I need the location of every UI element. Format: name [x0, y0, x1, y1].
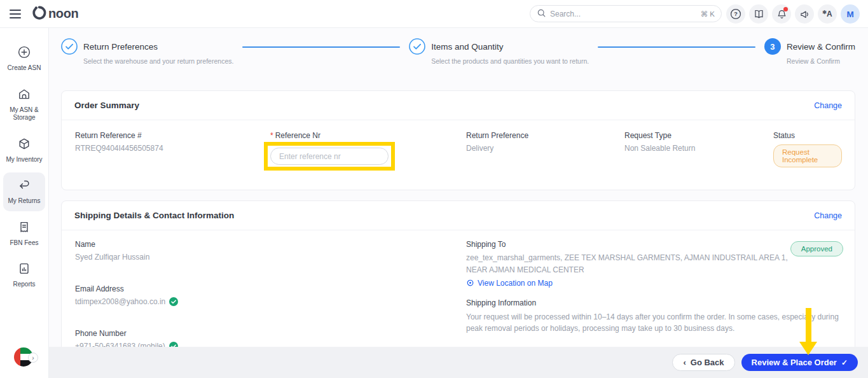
chevron-left-icon: ‹ [683, 358, 685, 367]
request-type-field: Request Type Non Saleable Return [624, 131, 773, 171]
step-title: Review & Confirm [787, 42, 855, 52]
step-complete-check-icon [61, 38, 78, 55]
return-preference-field: Return Preference Delivery [466, 131, 624, 171]
step-complete-check-icon [409, 38, 425, 55]
sidebar-item-label: My Returns [4, 197, 44, 206]
notification-badge-dot [783, 7, 788, 11]
sidebar-item-label: Reports [4, 281, 44, 289]
main-content: Return Preferences Select the warehouse … [49, 28, 868, 378]
sidebar-item-reports[interactable]: Reports [3, 256, 45, 295]
name-field: Name Syed Zulfiqar Hussain [75, 240, 466, 262]
shipping-details-card: Shipping Details & Contact Information C… [61, 200, 855, 366]
step-review-confirm[interactable]: 3 Review & Confirm Review & Confirm [764, 38, 855, 65]
step-subtitle: Review & Confirm [787, 57, 855, 65]
receipt-icon [17, 220, 31, 234]
sidebar-item-my-returns[interactable]: My Returns [3, 172, 45, 211]
sidebar-item-label: My Inventory [4, 156, 44, 164]
svg-text:?: ? [734, 11, 738, 17]
name-label: Name [75, 240, 466, 249]
step-number-badge: 3 [764, 38, 781, 55]
name-value: Syed Zulfiqar Hussain [75, 253, 466, 262]
annotation-arrow-head [799, 342, 817, 355]
required-marker: * [270, 131, 273, 140]
user-avatar[interactable]: M [841, 4, 860, 24]
shipping-to-label: Shipping To [466, 240, 842, 249]
return-preference-label: Return Preference [466, 131, 624, 140]
shipping-information-field: Shipping Information Your request will b… [466, 298, 842, 335]
return-preference-value: Delivery [466, 144, 624, 153]
step-return-preferences[interactable]: Return Preferences Select the warehouse … [61, 38, 233, 65]
status-badge: Request Incomplete [773, 144, 842, 167]
request-type-value: Non Saleable Return [624, 144, 773, 153]
email-value: tdimpex2008@yahoo.co.in [75, 297, 165, 306]
return-reference-label: Return Reference # [75, 131, 270, 140]
step-subtitle: Select the warehouse and your return pre… [83, 57, 233, 65]
view-location-link[interactable]: View Location on Map [466, 279, 842, 288]
warehouse-icon [17, 87, 31, 101]
location-pin-icon [466, 279, 474, 287]
hamburger-menu-icon[interactable] [10, 10, 21, 18]
shipping-details-change-link[interactable]: Change [814, 211, 842, 220]
status-label: Status [773, 131, 842, 140]
sidebar-item-my-inventory[interactable]: My Inventory [3, 131, 45, 170]
guide-button[interactable] [749, 4, 768, 24]
language-button[interactable]: ✻A [818, 4, 837, 24]
stepper-connector [598, 46, 755, 48]
search-bar[interactable]: ⌘ K [530, 5, 722, 22]
email-label: Email Address [75, 284, 466, 293]
sidebar: Create ASN My ASN & Storage My Inventory… [0, 28, 49, 378]
footer-action-bar: ‹ Go Back Review & Place Order ✓ [49, 347, 868, 378]
annotation-arrow-shaft [806, 308, 811, 342]
step-items-quantity[interactable]: Items and Quantity Select the products a… [409, 38, 589, 65]
status-field: Status Request Incomplete [773, 131, 842, 171]
top-icons: ? ✻A M [726, 4, 860, 24]
country-selector[interactable]: › [14, 347, 34, 368]
sidebar-item-create-asn[interactable]: Create ASN [3, 39, 45, 78]
order-summary-title: Order Summary [74, 101, 139, 110]
reference-nr-field: *Reference Nr [270, 131, 466, 171]
order-summary-card: Order Summary Change Return Reference # … [61, 90, 855, 190]
go-back-button[interactable]: ‹ Go Back [672, 354, 734, 371]
check-icon: ✓ [841, 358, 848, 367]
shipping-to-address-line2: NEAR AJMAN MEDICAL CENTER [466, 265, 842, 276]
search-shortcut-hint: ⌘ K [701, 10, 715, 18]
help-button[interactable]: ? [726, 4, 745, 24]
email-field: Email Address tdimpex2008@yahoo.co.in [75, 284, 466, 306]
order-summary-change-link[interactable]: Change [814, 101, 842, 110]
avatar-initial: M [846, 10, 853, 19]
return-reference-value: RTREQ9404I4456505874 [75, 144, 270, 153]
plus-circle-icon [17, 45, 31, 59]
step-title: Return Preferences [83, 42, 158, 52]
noon-logo[interactable]: noon [31, 4, 78, 23]
step-title: Items and Quantity [431, 42, 503, 52]
shipping-information-label: Shipping Information [466, 298, 842, 307]
shipping-to-address-line1: zee_tex_marshal_garments, ZEE TEX MARSHA… [466, 253, 842, 263]
sidebar-item-fbn-fees[interactable]: FBN Fees [3, 214, 45, 253]
cube-icon [17, 137, 31, 151]
search-input[interactable] [550, 10, 701, 18]
phone-label: Phone Number [75, 329, 466, 338]
report-chart-icon [17, 262, 31, 276]
sidebar-item-label: Create ASN [4, 64, 44, 73]
stepper-connector [242, 46, 400, 48]
noon-logo-icon [31, 4, 47, 23]
request-type-label: Request Type [624, 131, 773, 140]
chevron-right-icon[interactable]: › [28, 353, 38, 363]
search-icon [537, 8, 546, 20]
announcements-button[interactable] [795, 4, 814, 24]
shipping-to-field: Shipping To zee_tex_marshal_garments, ZE… [466, 240, 842, 288]
shipping-information-text: Your request will be processed within 10… [466, 311, 842, 335]
return-arrow-icon [17, 178, 31, 192]
sidebar-item-label: My ASN & Storage [4, 106, 44, 122]
reference-nr-input[interactable] [270, 148, 389, 165]
stepper: Return Preferences Select the warehouse … [61, 38, 855, 74]
review-place-order-button[interactable]: Review & Place Order ✓ [741, 354, 858, 371]
sidebar-item-my-asn-storage[interactable]: My ASN & Storage [3, 81, 45, 128]
top-bar: noon ⌘ K ? ✻A M [0, 0, 868, 28]
return-reference-field: Return Reference # RTREQ9404I4456505874 [75, 131, 270, 171]
translate-icon: ✻A [822, 10, 832, 18]
noon-logo-text: noon [48, 6, 78, 21]
notifications-button[interactable] [772, 4, 791, 24]
shipping-details-title: Shipping Details & Contact Information [74, 211, 234, 220]
reference-nr-label: *Reference Nr [270, 131, 466, 140]
